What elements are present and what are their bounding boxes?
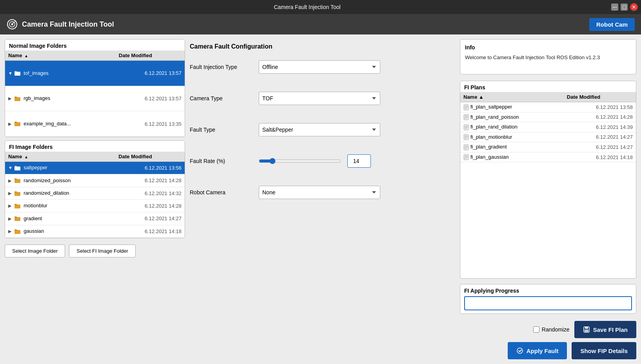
apply-icon	[516, 347, 523, 354]
fault-type-label: Fault Type	[190, 127, 252, 133]
fi-folder-date: 6.12.2021 13:56	[115, 162, 185, 174]
folder-icon	[15, 216, 21, 222]
minimize-button[interactable]: —	[611, 4, 618, 11]
svg-rect-22	[15, 229, 17, 230]
select-fi-image-folder-button[interactable]: Select FI Image Folder	[69, 244, 136, 257]
folder-icon	[15, 121, 21, 127]
normal-folder-date: 6.12.2021 13:35	[116, 111, 185, 137]
folder-icon	[15, 165, 21, 171]
title-bar: Camera Fault Injection Tool — ▢ ✕	[0, 0, 641, 14]
fault-rate-slider[interactable]	[259, 158, 341, 164]
normal-folder-name: ▶ rgb_images	[5, 86, 116, 111]
fi-progress-bar-outer	[464, 296, 632, 310]
expand-arrow: ▶	[8, 203, 13, 208]
maximize-button[interactable]: ▢	[621, 4, 628, 11]
svg-point-50	[517, 348, 523, 353]
app-header: Camera Fault Injection Tool Robot Cam	[0, 14, 641, 34]
fi-plans-name-col[interactable]: Name ▲	[460, 92, 564, 102]
fi-plan-name: fi_plan_gaussian	[460, 152, 564, 162]
show-fip-details-button[interactable]: Show FIP Details	[572, 342, 636, 359]
svg-rect-18	[15, 204, 17, 205]
camera-type-select[interactable]: TOF RGB Depth	[259, 92, 380, 105]
normal-folders-header: Name ▲ Date Modified	[5, 51, 185, 61]
fi-plan-row[interactable]: fi_plan_gaussian6.12.2021 14:18	[460, 152, 636, 162]
normal-folder-date: 6.12.2021 13:57	[116, 61, 185, 86]
fi-plan-row[interactable]: fi_plan_rand_dilation6.12.2021 14:39	[460, 122, 636, 132]
sort-arrow-fi-name: ▲	[24, 155, 28, 159]
apply-fault-button[interactable]: Apply Fault	[508, 342, 567, 359]
document-icon	[463, 124, 469, 130]
info-text: Welcome to Camera Fault Injection Tool R…	[465, 54, 631, 62]
document-icon	[463, 114, 469, 120]
middle-panel-title: Camera Fault Configuration	[190, 43, 455, 50]
fi-folder-date: 6.12.2021 14:28	[115, 174, 185, 187]
normal-folder-name: ▶ example_img_data...	[5, 111, 116, 137]
normal-folder-row[interactable]: ▶ rgb_images6.12.2021 13:57	[5, 86, 185, 111]
fi-folder-row[interactable]: ▶ motionblur6.12.2021 14:28	[5, 199, 185, 212]
camera-type-label: Camera Type	[190, 95, 252, 101]
fi-folder-row[interactable]: ▶ randomized_poisson6.12.2021 14:28	[5, 174, 185, 187]
expand-arrow: ▼	[8, 71, 13, 76]
fi-plan-row[interactable]: fi_plan_motionblur6.12.2021 14:27	[460, 132, 636, 142]
folder-icon	[15, 190, 21, 197]
normal-date-col-header[interactable]: Date Modified	[116, 51, 185, 61]
fi-folder-row[interactable]: ▼ saltpepper6.12.2021 13:56	[5, 162, 185, 174]
fi-plan-date: 6.12.2021 14:28	[564, 112, 636, 122]
robot-cam-button[interactable]: Robot Cam	[589, 18, 635, 31]
fi-folder-row[interactable]: ▶ gaussian6.12.2021 14:18	[5, 225, 185, 237]
svg-rect-48	[585, 327, 588, 329]
fi-name-col-header[interactable]: Name ▲	[5, 152, 115, 162]
bottom-buttons: Select Image Folder Select FI Image Fold…	[5, 241, 185, 257]
fi-plan-row[interactable]: fi_plan_gradient6.12.2021 14:27	[460, 142, 636, 152]
robot-camera-row: Robot Camera None Camera1 Camera2	[190, 186, 455, 199]
normal-folders-body: ▼ tof_images6.12.2021 13:57▶ rgb_images6…	[5, 61, 185, 137]
fault-injection-type-label: Fault Injection Type	[190, 64, 252, 70]
save-icon	[583, 326, 590, 333]
fi-plan-name: fi_plan_gradient	[460, 142, 564, 152]
window-title: Camera Fault Injection Tool	[3, 4, 611, 10]
svg-rect-16	[15, 191, 17, 192]
fi-plan-date: 6.12.2021 13:58	[564, 102, 636, 112]
fi-plan-row[interactable]: fi_plan_rand_poisson6.12.2021 14:28	[460, 112, 636, 122]
fi-folder-row[interactable]: ▶ randomized_dilation6.12.2021 14:32	[5, 187, 185, 199]
document-icon	[463, 154, 469, 160]
fi-plans-date-col[interactable]: Date Modified	[564, 92, 636, 102]
sort-arrow-fi-plans: ▲	[479, 94, 484, 100]
fi-plan-name: fi_plan_motionblur	[460, 132, 564, 142]
fi-folder-row[interactable]: ▶ gradient6.12.2021 14:27	[5, 212, 185, 225]
fault-type-select[interactable]: Salt&Pepper Poisson Dilation MotionBlur …	[259, 123, 380, 136]
fi-folder-date: 6.12.2021 14:18	[115, 225, 185, 237]
title-bar-right[interactable]: — ▢ ✕	[611, 3, 638, 11]
fi-image-folders-section: FI Image Folders Name ▲ Date Modified ▼ …	[5, 140, 185, 238]
info-title: Info	[465, 44, 631, 51]
fi-date-col-header[interactable]: Date Modified	[115, 152, 185, 162]
document-icon	[463, 104, 469, 110]
svg-rect-14	[15, 179, 17, 180]
normal-folders-table: Name ▲ Date Modified ▼ tof_images6.12.20…	[5, 51, 185, 137]
sort-arrow-name: ▲	[24, 54, 28, 58]
fault-injection-type-select[interactable]: Offline Online	[259, 60, 380, 74]
select-image-folder-button[interactable]: Select Image Folder	[5, 244, 65, 257]
action-row-2: Apply Fault Show FIP Details	[460, 342, 636, 359]
fault-rate-input[interactable]	[347, 154, 371, 168]
document-icon	[463, 144, 469, 150]
expand-arrow: ▶	[8, 96, 13, 101]
robot-camera-select[interactable]: None Camera1 Camera2	[259, 186, 380, 199]
fi-folder-name: ▶ motionblur	[5, 199, 115, 212]
close-button[interactable]: ✕	[630, 3, 638, 11]
normal-folder-row[interactable]: ▼ tof_images6.12.2021 13:57	[5, 61, 185, 86]
normal-folder-row[interactable]: ▶ example_img_data...6.12.2021 13:35	[5, 111, 185, 137]
fault-injection-type-row: Fault Injection Type Offline Online	[190, 60, 455, 74]
save-fi-plan-button[interactable]: Save FI Plan	[574, 321, 636, 338]
normal-name-col-header[interactable]: Name ▲	[5, 51, 116, 61]
expand-arrow: ▶	[8, 191, 13, 196]
fi-folders-body: ▼ saltpepper6.12.2021 13:56▶ randomized_…	[5, 162, 185, 238]
document-icon	[463, 134, 469, 140]
normal-folder-name: ▼ tof_images	[5, 61, 116, 86]
fi-plan-row[interactable]: fi_plan_saltpepper6.12.2021 13:58	[460, 102, 636, 112]
fi-plans-header: Name ▲ Date Modified	[460, 92, 636, 102]
left-panel: Normal Image Folders Name ▲ Date Modifie…	[5, 39, 185, 359]
app-title-row: Camera Fault Injection Tool	[6, 18, 114, 30]
randomize-checkbox[interactable]	[533, 326, 539, 333]
fi-folder-name: ▶ gradient	[5, 212, 115, 225]
